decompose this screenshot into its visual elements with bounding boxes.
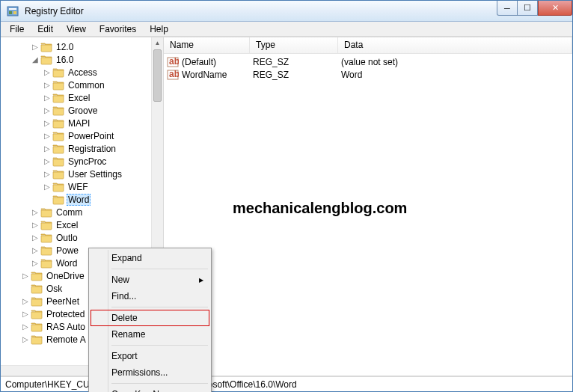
svg-rect-1 <box>9 8 16 10</box>
tree-node[interactable]: ▷Access <box>1 66 163 79</box>
maximize-button[interactable]: ☐ <box>517 1 538 16</box>
titlebar[interactable]: Registry Editor ─ ☐ ✕ <box>1 1 572 22</box>
tree-label: Outlo <box>55 233 79 243</box>
expander-closed-icon[interactable]: ▷ <box>43 106 52 115</box>
tree-node[interactable]: ▷Outlo <box>1 231 163 244</box>
menubar: File Edit View Favorites Help <box>1 22 572 37</box>
tree-node[interactable]: ▷WEF <box>1 180 163 193</box>
menu-help[interactable]: Help <box>144 22 174 36</box>
context-menu-item[interactable]: Export <box>91 348 209 364</box>
list-row[interactable]: ab(Default)REG_SZ(value not set) <box>164 55 572 68</box>
context-menu-item[interactable]: Delete <box>91 310 209 326</box>
context-menu-item[interactable]: Expand <box>91 250 209 266</box>
tree-node[interactable]: ▷Comm <box>1 206 163 218</box>
folder-icon <box>40 220 52 230</box>
cell-type: REG_SZ <box>253 70 341 80</box>
registry-editor-window: Registry Editor ─ ☐ ✕ File Edit View Fav… <box>0 0 573 392</box>
folder-icon <box>52 105 64 116</box>
expander-closed-icon[interactable]: ▷ <box>31 208 40 217</box>
tree-node[interactable]: ▷User Settings <box>1 168 163 180</box>
expander-closed-icon[interactable]: ▷ <box>43 119 52 128</box>
tree-node[interactable]: ▷12.0 <box>1 40 163 53</box>
expander-closed-icon[interactable]: ▷ <box>21 297 30 306</box>
expander-closed-icon[interactable]: ▷ <box>21 310 30 319</box>
tree-node[interactable]: ▷Registration <box>1 142 163 155</box>
context-menu-separator <box>111 307 208 307</box>
tree-label: WEF <box>67 182 90 192</box>
expander-closed-icon[interactable]: ▷ <box>31 43 40 52</box>
expander-closed-icon[interactable]: ▷ <box>21 322 30 331</box>
list-row[interactable]: abWordNameREG_SZWord <box>164 68 572 81</box>
svg-rect-2 <box>9 11 12 14</box>
minimize-button[interactable]: ─ <box>497 1 518 16</box>
tree-node[interactable]: ▷Excel <box>1 218 163 231</box>
expander-closed-icon[interactable]: ▷ <box>43 170 52 179</box>
tree-node[interactable]: ▷Excel <box>1 91 163 104</box>
tree-label: 12.0 <box>55 42 75 52</box>
folder-icon <box>31 296 43 307</box>
column-name[interactable]: Name <box>164 37 250 53</box>
folder-icon <box>31 284 43 294</box>
context-menu-item[interactable]: Copy Key Name <box>91 386 209 392</box>
folder-icon <box>31 271 43 281</box>
tree-label: Excel <box>55 220 79 230</box>
expander-closed-icon[interactable]: ▷ <box>43 183 52 192</box>
expander-open-icon[interactable]: ◢ <box>31 55 40 64</box>
folder-icon <box>40 42 52 52</box>
tree-label: Excel <box>67 93 91 103</box>
menu-file[interactable]: File <box>4 22 30 36</box>
expander-closed-icon[interactable]: ▷ <box>43 144 52 153</box>
window-title: Registry Editor <box>25 6 84 16</box>
folder-icon <box>52 93 64 103</box>
expander-closed-icon[interactable]: ▷ <box>43 94 52 102</box>
expander-closed-icon[interactable]: ▷ <box>43 132 52 141</box>
scroll-thumb[interactable] <box>153 49 162 102</box>
context-menu-item[interactable]: Find... <box>91 288 209 304</box>
tree-label: Comm <box>55 207 84 218</box>
tree-node[interactable]: ▷MAPI <box>1 117 163 129</box>
folder-icon <box>40 233 52 243</box>
tree-node[interactable]: ▷PowerPoint <box>1 129 163 142</box>
column-type[interactable]: Type <box>250 37 338 53</box>
expander-closed-icon[interactable]: ▷ <box>43 81 52 90</box>
expander-closed-icon[interactable]: ▷ <box>43 157 52 166</box>
tree-node[interactable]: Word <box>1 193 163 206</box>
expander-closed-icon[interactable]: ▷ <box>21 272 30 281</box>
folder-icon <box>40 258 52 269</box>
list-body[interactable]: mechanicalengblog.com ab(Default)REG_SZ(… <box>164 54 572 376</box>
window-controls: ─ ☐ ✕ <box>497 1 572 16</box>
expander-closed-icon[interactable]: ▷ <box>31 246 40 255</box>
context-menu-item[interactable]: Rename <box>91 326 209 343</box>
context-menu-separator <box>111 383 208 384</box>
tree-node[interactable]: ▷Groove <box>1 104 163 117</box>
tree-label: RAS Auto <box>45 322 87 332</box>
expander-closed-icon[interactable]: ▷ <box>31 221 40 230</box>
context-menu-item[interactable]: New▶ <box>91 272 209 288</box>
cell-name: WordName <box>182 70 253 80</box>
context-menu[interactable]: ExpandNew▶Find...DeleteRenameExportPermi… <box>88 248 212 392</box>
folder-icon <box>52 131 64 141</box>
column-data[interactable]: Data <box>338 37 572 53</box>
cell-data: (value not set) <box>341 57 572 67</box>
tree-node[interactable]: ◢16.0 <box>1 53 163 66</box>
folder-icon <box>52 80 64 91</box>
menu-favorites[interactable]: Favorites <box>94 22 142 36</box>
scroll-up-icon[interactable]: ▲ <box>152 37 163 48</box>
tree-label: Word <box>55 258 79 269</box>
tree-node[interactable]: ▷SyncProc <box>1 155 163 168</box>
tree-label: Word <box>67 194 91 206</box>
list-header[interactable]: Name Type Data <box>164 37 572 54</box>
expander-closed-icon[interactable]: ▷ <box>43 68 52 77</box>
tree-label: 16.0 <box>55 55 75 65</box>
tree-label: User Settings <box>67 169 123 180</box>
menu-edit[interactable]: Edit <box>31 22 59 36</box>
expander-closed-icon[interactable]: ▷ <box>21 335 30 344</box>
tree-node[interactable]: ▷Common <box>1 79 163 91</box>
expander-closed-icon[interactable]: ▷ <box>31 233 40 242</box>
close-button[interactable]: ✕ <box>538 1 572 16</box>
svg-text:ab: ab <box>169 57 179 67</box>
menu-view[interactable]: View <box>61 22 92 36</box>
expander-closed-icon[interactable]: ▷ <box>31 259 40 268</box>
tree-label: Powe <box>55 245 80 256</box>
context-menu-item[interactable]: Permissions... <box>91 364 209 381</box>
